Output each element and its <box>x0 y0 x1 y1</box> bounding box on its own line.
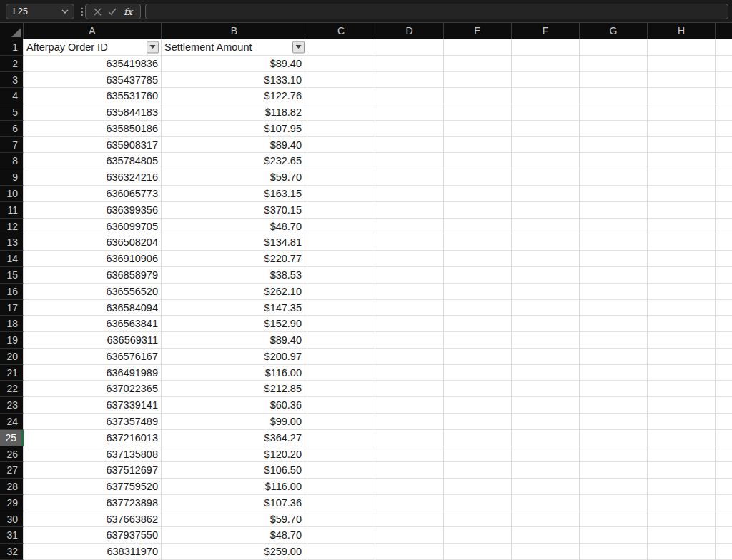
cell-empty[interactable] <box>512 234 580 251</box>
cell-a16-order-id[interactable]: 636556520 <box>24 284 162 300</box>
row-header-14[interactable]: 14 <box>0 251 24 267</box>
cell-empty[interactable] <box>648 414 716 430</box>
cell-b9-amount[interactable]: $59.70 <box>162 169 307 186</box>
cell-empty[interactable] <box>307 414 375 430</box>
cell-empty[interactable] <box>307 397 375 414</box>
cell-empty[interactable] <box>580 267 648 284</box>
cell-a21-order-id[interactable]: 636491989 <box>24 365 162 381</box>
row-header-30[interactable]: 30 <box>0 511 24 528</box>
cell-empty[interactable] <box>580 511 648 528</box>
cell-empty[interactable] <box>307 219 375 235</box>
cell-empty[interactable] <box>375 446 444 463</box>
cell-empty[interactable] <box>375 121 444 137</box>
cell-empty[interactable] <box>648 462 716 479</box>
cell-empty[interactable] <box>512 381 580 397</box>
cell-empty[interactable] <box>444 234 512 251</box>
cell-empty[interactable] <box>307 169 375 186</box>
cell-a4-order-id[interactable]: 635531760 <box>24 88 162 104</box>
row-header-19[interactable]: 19 <box>0 332 24 349</box>
cell-b5-amount[interactable]: $118.82 <box>162 104 307 121</box>
cell-empty[interactable] <box>444 349 512 365</box>
cell-empty[interactable] <box>375 511 444 528</box>
cell-empty[interactable] <box>444 414 512 430</box>
cell-empty[interactable] <box>307 495 375 511</box>
cell-empty[interactable] <box>444 186 512 202</box>
cell-b17-amount[interactable]: $147.35 <box>162 300 307 316</box>
cell-empty[interactable] <box>580 527 648 544</box>
row-header-3[interactable]: 3 <box>0 72 24 89</box>
cell-empty[interactable] <box>307 104 375 121</box>
row-header-23[interactable]: 23 <box>0 397 24 414</box>
cell-empty[interactable] <box>375 397 444 414</box>
cell-empty[interactable] <box>512 462 580 479</box>
column-header-f[interactable]: F <box>512 23 580 39</box>
cell-empty[interactable] <box>512 414 580 430</box>
cell-empty[interactable] <box>444 104 512 121</box>
cell-empty[interactable] <box>648 234 716 251</box>
cell-empty[interactable] <box>648 88 716 104</box>
cell-empty[interactable] <box>512 332 580 349</box>
cell-empty[interactable] <box>307 446 375 463</box>
cell-empty[interactable] <box>716 202 732 219</box>
row-header-31[interactable]: 31 <box>0 527 24 544</box>
cell-empty[interactable] <box>375 202 444 219</box>
cell-empty[interactable] <box>580 121 648 137</box>
cell-empty[interactable] <box>580 39 648 56</box>
cell-b27-amount[interactable]: $106.50 <box>162 462 307 479</box>
row-header-7[interactable]: 7 <box>0 137 24 154</box>
cell-empty[interactable] <box>648 219 716 235</box>
cell-empty[interactable] <box>375 104 444 121</box>
cell-a22-order-id[interactable]: 637022365 <box>24 381 162 397</box>
cell-empty[interactable] <box>444 39 512 56</box>
cell-empty[interactable] <box>580 284 648 300</box>
cell-a24-order-id[interactable]: 637357489 <box>24 414 162 430</box>
column-header-a[interactable]: A <box>24 23 162 39</box>
cell-empty[interactable] <box>444 72 512 89</box>
cell-empty[interactable] <box>716 430 732 446</box>
cell-b12-amount[interactable]: $48.70 <box>162 219 307 235</box>
cell-empty[interactable] <box>375 479 444 495</box>
column-header-g[interactable]: G <box>580 23 648 39</box>
cell-empty[interactable] <box>716 186 732 202</box>
cell-empty[interactable] <box>512 267 580 284</box>
row-header-20[interactable]: 20 <box>0 349 24 365</box>
cell-a31-order-id[interactable]: 637937550 <box>24 527 162 544</box>
cell-a14-order-id[interactable]: 636910906 <box>24 251 162 267</box>
cell-empty[interactable] <box>307 332 375 349</box>
cell-empty[interactable] <box>444 316 512 332</box>
cell-empty[interactable] <box>512 397 580 414</box>
cell-empty[interactable] <box>648 544 716 560</box>
row-header-27[interactable]: 27 <box>0 462 24 479</box>
cell-empty[interactable] <box>580 202 648 219</box>
cell-empty[interactable] <box>716 479 732 495</box>
row-header-25[interactable]: 25 <box>0 430 24 446</box>
cell-empty[interactable] <box>444 88 512 104</box>
cell-empty[interactable] <box>716 251 732 267</box>
cell-a20-order-id[interactable]: 636576167 <box>24 349 162 365</box>
cell-empty[interactable] <box>648 39 716 56</box>
column-header-d[interactable]: D <box>375 23 444 39</box>
row-header-5[interactable]: 5 <box>0 104 24 121</box>
filter-button-order-id[interactable] <box>147 41 159 53</box>
cell-empty[interactable] <box>444 365 512 381</box>
cell-empty[interactable] <box>444 527 512 544</box>
cell-empty[interactable] <box>716 56 732 72</box>
cell-empty[interactable] <box>512 430 580 446</box>
cell-empty[interactable] <box>375 527 444 544</box>
cell-empty[interactable] <box>716 300 732 316</box>
cell-empty[interactable] <box>716 381 732 397</box>
cell-a27-order-id[interactable]: 637512697 <box>24 462 162 479</box>
cell-empty[interactable] <box>375 430 444 446</box>
cell-empty[interactable] <box>375 495 444 511</box>
cell-empty[interactable] <box>716 153 732 169</box>
cell-empty[interactable] <box>648 186 716 202</box>
cell-empty[interactable] <box>375 300 444 316</box>
cell-a6-order-id[interactable]: 635850186 <box>24 121 162 137</box>
cell-empty[interactable] <box>580 479 648 495</box>
cell-empty[interactable] <box>648 56 716 72</box>
cell-empty[interactable] <box>375 284 444 300</box>
cell-empty[interactable] <box>512 219 580 235</box>
row-header-26[interactable]: 26 <box>0 446 24 463</box>
cell-empty[interactable] <box>512 104 580 121</box>
cell-empty[interactable] <box>580 495 648 511</box>
